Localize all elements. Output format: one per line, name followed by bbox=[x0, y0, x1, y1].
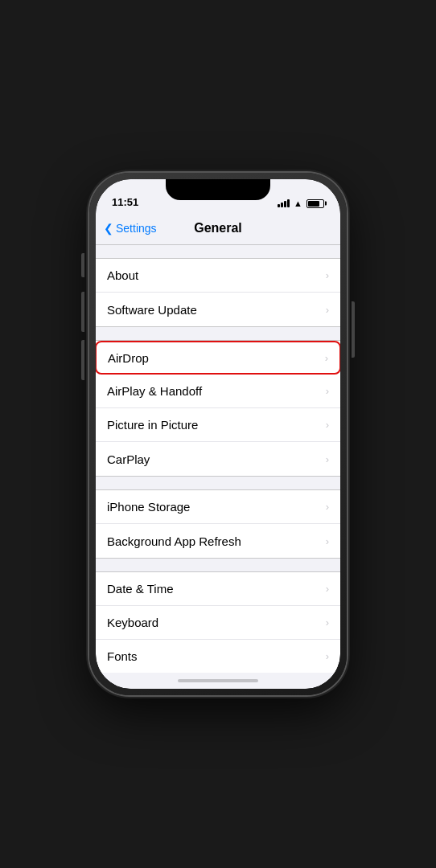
fonts-right: › bbox=[326, 650, 329, 662]
background-app-refresh-label: Background App Refresh bbox=[107, 534, 241, 548]
settings-content: About › Software Update › bbox=[96, 245, 340, 673]
about-right: › bbox=[326, 269, 329, 281]
signal-icon bbox=[278, 199, 290, 207]
back-button[interactable]: ❮ Settings bbox=[104, 222, 157, 235]
chevron-icon: › bbox=[326, 453, 329, 465]
chevron-icon: › bbox=[326, 304, 329, 316]
about-label: About bbox=[107, 268, 138, 282]
airplay-handoff-right: › bbox=[326, 385, 329, 397]
fonts-label: Fonts bbox=[107, 649, 138, 663]
settings-group-3: iPhone Storage › Background App Refresh … bbox=[96, 489, 340, 559]
picture-in-picture-label: Picture in Picture bbox=[107, 418, 198, 432]
iphone-storage-label: iPhone Storage bbox=[107, 500, 190, 514]
keyboard-right: › bbox=[326, 616, 329, 628]
settings-row-background-app-refresh[interactable]: Background App Refresh › bbox=[96, 524, 340, 558]
chevron-icon: › bbox=[326, 419, 329, 431]
chevron-icon: › bbox=[326, 650, 329, 662]
notch bbox=[166, 179, 270, 200]
phone-frame: 11:51 ▲ ❮ Se bbox=[89, 173, 347, 695]
software-update-right: › bbox=[326, 304, 329, 316]
back-label: Settings bbox=[116, 222, 157, 235]
settings-row-iphone-storage[interactable]: iPhone Storage › bbox=[96, 490, 340, 524]
settings-group-1: About › Software Update › bbox=[96, 258, 340, 327]
settings-row-airplay-handoff[interactable]: AirPlay & Handoff › bbox=[96, 375, 340, 408]
status-icons: ▲ bbox=[278, 199, 324, 208]
chevron-left-icon: ❮ bbox=[104, 222, 113, 235]
keyboard-label: Keyboard bbox=[107, 616, 158, 629]
software-update-label: Software Update bbox=[107, 303, 197, 317]
home-indicator bbox=[96, 673, 340, 689]
settings-row-date-time[interactable]: Date & Time › bbox=[96, 572, 340, 606]
settings-row-software-update[interactable]: Software Update › bbox=[96, 293, 340, 326]
chevron-icon: › bbox=[326, 385, 329, 397]
settings-row-carplay[interactable]: CarPlay › bbox=[96, 442, 340, 476]
home-bar bbox=[178, 679, 258, 682]
chevron-icon: › bbox=[325, 352, 328, 364]
chevron-icon: › bbox=[326, 535, 329, 547]
wifi-icon: ▲ bbox=[294, 199, 302, 208]
date-time-label: Date & Time bbox=[107, 582, 174, 596]
background-app-refresh-right: › bbox=[326, 535, 329, 547]
battery-icon bbox=[306, 199, 324, 208]
settings-row-fonts[interactable]: Fonts › bbox=[96, 640, 340, 673]
navigation-bar: ❮ Settings General bbox=[96, 211, 340, 245]
airdrop-right: › bbox=[325, 352, 328, 364]
date-time-right: › bbox=[326, 583, 329, 595]
iphone-storage-right: › bbox=[326, 501, 329, 513]
settings-row-airdrop[interactable]: AirDrop › bbox=[96, 341, 340, 375]
status-time: 11:51 bbox=[112, 196, 138, 208]
chevron-icon: › bbox=[326, 583, 329, 595]
picture-in-picture-right: › bbox=[326, 419, 329, 431]
settings-row-about[interactable]: About › bbox=[96, 259, 340, 293]
airplay-handoff-label: AirPlay & Handoff bbox=[107, 384, 202, 398]
phone-screen: 11:51 ▲ ❮ Se bbox=[96, 179, 340, 689]
chevron-icon: › bbox=[326, 501, 329, 513]
airdrop-label: AirDrop bbox=[108, 351, 149, 365]
settings-group-2: AirDrop › AirPlay & Handoff › Picture in… bbox=[96, 340, 340, 477]
chevron-icon: › bbox=[326, 269, 329, 281]
settings-row-picture-in-picture[interactable]: Picture in Picture › bbox=[96, 408, 340, 442]
page-title: General bbox=[194, 221, 242, 235]
chevron-icon: › bbox=[326, 616, 329, 628]
carplay-label: CarPlay bbox=[107, 452, 150, 466]
settings-group-4: Date & Time › Keyboard › Fonts bbox=[96, 571, 340, 673]
carplay-right: › bbox=[326, 453, 329, 465]
settings-row-keyboard[interactable]: Keyboard › bbox=[96, 606, 340, 640]
